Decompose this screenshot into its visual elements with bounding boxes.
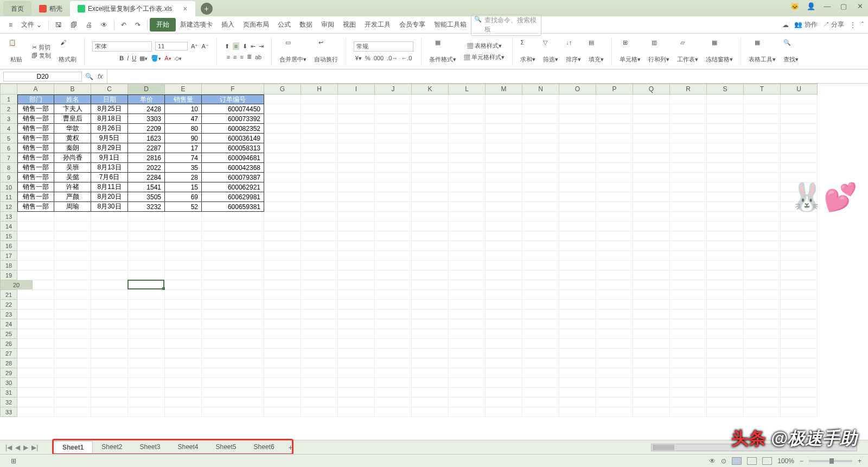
cell[interactable] [744,397,781,407]
cell[interactable] [165,329,202,339]
cell[interactable] [301,261,338,270]
cell[interactable] [744,378,781,388]
cell[interactable] [54,310,91,319]
avatar-icon[interactable]: 👤 [806,2,816,10]
row-header-4[interactable]: 4 [0,124,17,134]
tab-newtab[interactable]: 新建选项卡 [176,18,217,31]
cell[interactable] [412,407,449,417]
cell[interactable] [301,114,338,124]
cell[interactable]: 600062921 [202,182,264,192]
cell[interactable] [486,407,522,417]
cell[interactable] [449,231,486,241]
cell[interactable] [744,173,781,182]
row-header-21[interactable]: 21 [0,290,17,300]
cell[interactable] [596,104,633,114]
cell[interactable] [128,290,165,300]
cell[interactable] [91,349,128,358]
row-header-3[interactable]: 3 [0,114,17,124]
cell[interactable] [412,397,449,407]
cell[interactable] [596,212,633,222]
cell[interactable] [633,397,670,407]
cell[interactable] [91,388,128,397]
column-header-T[interactable]: T [744,84,781,94]
cell[interactable] [17,349,54,358]
cell[interactable] [744,134,781,143]
cell[interactable] [375,329,412,339]
cell[interactable] [338,222,375,231]
cell[interactable] [449,310,486,319]
fill-button[interactable]: ▤填充▾ [585,36,607,67]
row-header-27[interactable]: 27 [0,349,17,358]
close-tab-icon[interactable]: × [183,4,187,13]
cell[interactable]: 17 [165,143,202,153]
cell[interactable] [338,290,375,300]
paste-button[interactable]: 📋粘贴 [5,36,27,67]
cell[interactable] [202,280,264,290]
cell[interactable] [596,349,633,358]
cell[interactable] [744,94,781,104]
cell[interactable] [91,358,128,368]
cell[interactable] [633,290,670,300]
cell[interactable]: 日期 [91,94,128,104]
cell[interactable] [744,388,781,397]
row-header-2[interactable]: 2 [0,104,17,114]
cell[interactable] [165,261,202,270]
cell[interactable] [670,134,707,143]
cell[interactable] [375,310,412,319]
cell[interactable] [17,310,54,319]
cell[interactable] [264,310,301,319]
cell[interactable] [781,270,818,280]
cell[interactable] [486,143,522,153]
cell[interactable] [781,319,818,329]
window-maximize[interactable]: ▢ [839,2,848,10]
cell[interactable] [165,368,202,378]
cell[interactable] [633,192,670,202]
cell[interactable] [633,202,670,212]
cell[interactable] [596,339,633,349]
cell[interactable] [375,368,412,378]
cell[interactable] [338,241,375,251]
cell[interactable] [412,222,449,231]
cell[interactable] [412,212,449,222]
cell[interactable] [781,349,818,358]
cell[interactable] [375,339,412,349]
cell[interactable] [559,163,596,173]
cell[interactable] [670,358,707,368]
cell[interactable] [559,222,596,231]
cell[interactable] [670,94,707,104]
app-menu-icon[interactable]: ≡ [4,19,17,31]
cell[interactable] [301,388,338,397]
cell[interactable] [744,241,781,251]
cell[interactable] [670,310,707,319]
cell[interactable] [264,251,301,261]
tab-data[interactable]: 数据 [295,18,317,31]
cell[interactable] [264,124,301,134]
bold-button[interactable]: B [119,55,124,61]
zoom-out-icon[interactable]: − [800,457,803,465]
cell[interactable] [412,290,449,300]
cell[interactable] [412,114,449,124]
cell[interactable]: 销售一部 [17,104,54,114]
cell[interactable] [707,388,744,397]
cell[interactable] [449,329,486,339]
cell[interactable] [375,397,412,407]
cell[interactable] [17,339,54,349]
cell[interactable] [559,339,596,349]
cell[interactable] [744,339,781,349]
cell[interactable] [412,388,449,397]
cell[interactable]: 吴班 [54,163,91,173]
wrap-text-button[interactable]: ↩自动换行 [311,36,341,67]
cell[interactable] [128,407,165,417]
cell[interactable] [17,261,54,270]
cell[interactable]: 600058313 [202,143,264,153]
table-style-button[interactable]: ▦ 表格样式▾ [467,42,502,50]
cell[interactable] [596,192,633,202]
cell[interactable] [412,310,449,319]
cell[interactable] [301,397,338,407]
cell[interactable] [301,134,338,143]
cell[interactable] [375,388,412,397]
column-header-O[interactable]: O [559,84,596,94]
cell[interactable] [54,241,91,251]
cell[interactable] [559,134,596,143]
cell[interactable] [744,300,781,310]
